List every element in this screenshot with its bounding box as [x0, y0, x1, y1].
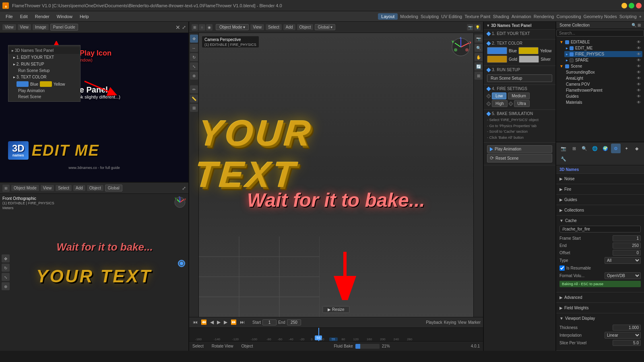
quality-medium-btn[interactable]: Medium: [508, 93, 530, 99]
add-workspace-btn[interactable]: +: [639, 14, 642, 19]
object-btn-main[interactable]: Object: [297, 24, 314, 30]
add-btn-main[interactable]: Add: [283, 24, 295, 30]
silver-swatch[interactable]: [519, 56, 539, 63]
maximize-button[interactable]: [629, 3, 634, 8]
uv-editing-tab[interactable]: UV Editing: [441, 14, 462, 19]
view-grid-icon[interactable]: ⊞: [475, 72, 483, 80]
gold-swatch[interactable]: [487, 56, 507, 63]
play-animation-btn[interactable]: Play Animation: [487, 145, 552, 153]
marker-label[interactable]: Marker: [468, 320, 481, 325]
view-zoom-icon[interactable]: 🔍: [475, 44, 483, 52]
rotate-tool-main[interactable]: ↻: [190, 53, 198, 61]
render-props-icon[interactable]: 📷: [559, 144, 568, 153]
blue-swatch-small[interactable]: [17, 81, 29, 87]
yellow-swatch[interactable]: [518, 47, 539, 54]
material-icon[interactable]: ◉: [206, 24, 213, 31]
world-props-icon[interactable]: 🌍: [601, 144, 610, 153]
minimize-button[interactable]: [621, 3, 627, 8]
panel-collapse-icon[interactable]: ▾: [487, 23, 489, 28]
layout-tab-active[interactable]: Layout: [378, 13, 398, 20]
jump-start-btn[interactable]: ⏮: [192, 319, 199, 326]
blue-swatch[interactable]: [487, 47, 507, 54]
tree-scene[interactable]: ▼ Scene 👁: [558, 63, 642, 69]
modeling-tab[interactable]: Modeling: [400, 14, 418, 19]
dropdown-edit-text[interactable]: ▸ 1. EDIT YOUR TEXT: [8, 54, 80, 61]
format-select[interactable]: OpenVDB Unitless: [605, 272, 641, 279]
scene-eye[interactable]: 👁: [637, 64, 641, 68]
jump-fwd-btn[interactable]: ⏩: [229, 319, 238, 326]
dropdown-run-scene[interactable]: Run Scene Setup: [8, 68, 80, 74]
view-label-tl[interactable]: View: [458, 320, 466, 325]
dropdown-play-anim[interactable]: Play Animation: [8, 88, 80, 94]
dropdown-run-setup[interactable]: ▸ 2. RUN SETUP: [8, 61, 80, 68]
small-view-btn[interactable]: Object Mode: [11, 185, 39, 191]
annotate-tool[interactable]: ✏: [190, 85, 198, 93]
frame-end-input[interactable]: [613, 243, 641, 249]
quality-high-btn[interactable]: High: [492, 100, 508, 107]
dropdown-reset-scene[interactable]: Reset Scene: [8, 94, 80, 100]
jump-back-btn[interactable]: ⏪: [200, 319, 208, 326]
compositing-tab[interactable]: Compositing: [556, 14, 581, 19]
physics-props-icon[interactable]: ⚙: [611, 144, 621, 153]
camera-view-icon[interactable]: 📷: [467, 24, 473, 31]
tree-flamethrower[interactable]: FlamethrowerParent 👁: [564, 87, 642, 93]
guides-eye[interactable]: 👁: [637, 94, 641, 99]
keying-label[interactable]: Keying: [444, 320, 456, 325]
editable-eye[interactable]: 👁: [637, 40, 641, 44]
playback-label[interactable]: Playback: [426, 320, 442, 325]
tree-spare[interactable]: ▸ SPARE 👁: [564, 57, 642, 63]
next-frame-btn[interactable]: ▶: [223, 319, 229, 326]
fire-header[interactable]: ▶ Fire: [556, 186, 644, 193]
camerapov-eye[interactable]: 👁: [637, 82, 641, 86]
add-tool[interactable]: ⊞: [190, 104, 198, 112]
object-props-icon[interactable]: ◆: [632, 144, 642, 153]
noise-header[interactable]: ▶ Noise: [556, 175, 644, 182]
transform-tool[interactable]: ⊕: [2, 282, 10, 290]
flamethrower-eye[interactable]: 👁: [637, 88, 641, 93]
frame-start-input[interactable]: [613, 235, 641, 241]
guides-header[interactable]: ▶ Guides: [556, 196, 644, 203]
materials-eye[interactable]: 👁: [637, 100, 641, 105]
play-btn[interactable]: ▶: [216, 319, 222, 326]
cursor-tool[interactable]: ✥: [190, 35, 198, 43]
view-btn-main[interactable]: View: [250, 24, 264, 30]
tree-surrounding[interactable]: SurroundingBox 👁: [564, 69, 642, 75]
reset-scene-btn[interactable]: ⟳ Reset Scene: [487, 154, 552, 162]
frame-offset-input[interactable]: [613, 250, 641, 256]
output-props-icon[interactable]: ⊞: [569, 144, 579, 153]
sphere-icon[interactable]: ○: [199, 24, 205, 31]
resize-btn[interactable]: ▶ Resize: [322, 306, 349, 313]
menu-render[interactable]: Render: [32, 13, 53, 20]
tree-camerapov[interactable]: Camera POV 👁: [564, 81, 642, 87]
select-btn-main[interactable]: Select: [266, 24, 282, 30]
thickness-input[interactable]: [613, 325, 641, 331]
view-btn[interactable]: View: [2, 24, 16, 30]
object-mode-btn[interactable]: Object Mode ▾: [216, 24, 249, 30]
modifier-props-icon[interactable]: 🔧: [559, 154, 568, 164]
prev-frame-btn[interactable]: ◀: [209, 319, 215, 326]
particle-props-icon[interactable]: ✦: [621, 144, 631, 153]
filter-funnel-icon[interactable]: ⊞: [638, 23, 641, 27]
advanced-header[interactable]: ▶ Advanced: [556, 294, 644, 301]
view-props-icon[interactable]: 🔍: [580, 144, 589, 153]
small-object-btn[interactable]: Object: [87, 185, 103, 191]
field-weights-header[interactable]: ▶ Field Weights: [556, 304, 644, 311]
collections-header[interactable]: ▶ Collections: [556, 207, 644, 214]
rendering-tab[interactable]: Rendering: [534, 14, 554, 19]
transform-tool-main[interactable]: ⊕: [190, 72, 198, 80]
vp-display-header[interactable]: ▼ Viewport Display: [556, 315, 644, 322]
run-scene-setup-btn[interactable]: Run Scene Setup: [487, 74, 552, 82]
menu-file[interactable]: File: [2, 13, 16, 20]
shading-tab[interactable]: Shading: [493, 14, 509, 19]
scale-tool-main[interactable]: ⤡: [190, 62, 198, 70]
grid-icon[interactable]: ⊞: [192, 24, 198, 31]
viewport-toggle-btn[interactable]: ⊞: [2, 185, 10, 192]
measure-tool[interactable]: 📏: [190, 95, 198, 103]
menu-edit[interactable]: Edit: [17, 13, 31, 20]
small-add-btn[interactable]: Add: [73, 185, 85, 191]
animation-tab[interactable]: Animation: [512, 14, 531, 19]
dropdown-text-color[interactable]: ▸ 3. TEXT COLOR: [8, 74, 80, 80]
spare-eye[interactable]: 👁: [637, 58, 641, 62]
slice-input[interactable]: [613, 340, 641, 346]
quality-low-btn[interactable]: Low: [492, 93, 506, 99]
